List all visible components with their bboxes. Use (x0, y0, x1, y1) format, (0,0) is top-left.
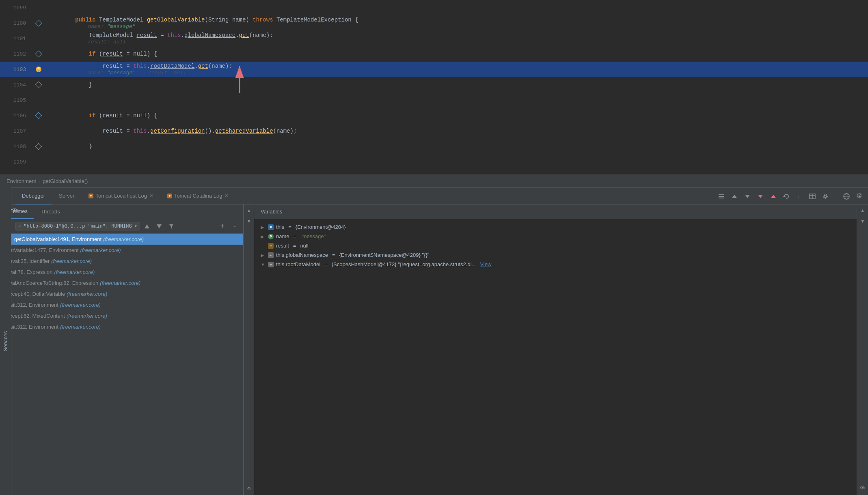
frame-name: evalAndCoerceToString:82, Expression (6, 280, 98, 286)
frame-item-4[interactable]: evalAndCoerceToString:82, Expression (fr… (0, 278, 243, 288)
tab-tomcat-localhost[interactable]: T Tomcat Localhost Log ✕ (82, 188, 159, 204)
remove-button[interactable]: - (229, 221, 240, 232)
code-line-1104: 1104 } (0, 77, 868, 93)
refresh-button[interactable] (781, 191, 792, 202)
svg-text:T: T (90, 195, 92, 198)
debug-sub-tabs: Frames Threads (0, 204, 243, 219)
frame-item-1[interactable]: getVariable:1477, Environment (freemarke… (0, 245, 243, 256)
frame-name: visit:312, Environment (6, 302, 58, 308)
svg-point-18 (824, 195, 827, 198)
globe-button[interactable] (841, 191, 852, 202)
this-icon: = (268, 224, 274, 230)
side-up-button[interactable]: ▲ (244, 206, 254, 216)
line-gutter (32, 144, 45, 149)
server-tab-label: Server (59, 193, 74, 199)
to-label: To (11, 207, 20, 214)
up-frame-button[interactable] (142, 221, 152, 232)
panel-content: Frames Threads ▶ ✓ "http-8080-1"@3,0...p… (0, 204, 868, 495)
var-value: {Environment$Namespace@4209} "{}" (339, 252, 430, 258)
add-button[interactable]: + (217, 221, 228, 232)
step-out-icon (770, 193, 777, 200)
frame-item-7[interactable]: accept:62, MixedContent (freemarker.core… (0, 310, 243, 321)
frame-package: (freemarker.core) (67, 313, 107, 319)
variables-panel: Variables ▶ = this = {Environment@4204} … (254, 204, 857, 495)
var-value: {ScopesHashModel@4173} "{request=org.apa… (332, 261, 476, 267)
table-icon (809, 193, 816, 200)
var-item-this[interactable]: ▶ = this = {Environment@4204} (254, 222, 857, 232)
gear-button[interactable] (854, 191, 865, 202)
field-icon: = (268, 243, 274, 249)
svg-marker-11 (758, 195, 763, 198)
frame-item-2[interactable]: _eval:35, Identifier (freemarker.core) (0, 256, 243, 267)
tab-tomcat-catalina[interactable]: T Tomcat Catalina Log ✕ (160, 188, 235, 204)
frame-item-3[interactable]: eval:78, Expression (freemarker.core) (0, 267, 243, 278)
frame-package: (freemarker.core) (60, 324, 101, 330)
root-model-icon: ∞ (268, 262, 274, 267)
line-number: 1109 (0, 159, 32, 165)
var-equals: = (294, 233, 297, 239)
step-out-button[interactable] (768, 191, 779, 202)
frames-list: ✓ getGlobalVariable:1491, Environment (f… (0, 234, 243, 495)
expand-icon: ▶ (261, 234, 266, 239)
table-view-button[interactable] (807, 191, 818, 202)
tab-threads[interactable]: Threads (34, 204, 67, 219)
var-value: null (300, 243, 308, 249)
frame-name: visit:312, Environment (6, 324, 58, 330)
var-item-name[interactable]: ▶ P name = "message" (254, 232, 857, 241)
right-up-button[interactable]: ▲ (858, 206, 868, 216)
var-name: this.globalNamespace (276, 252, 328, 258)
frame-item-5[interactable]: accept:40, DollarVariable (freemarker.co… (0, 288, 243, 299)
var-item-root-data-model[interactable]: ▼ ∞ this.rootDataModel = {ScopesHashMode… (254, 260, 857, 269)
step-into-button[interactable] (755, 191, 766, 202)
line-gutter (32, 21, 45, 26)
tab-debugger[interactable]: Debugger (15, 188, 52, 204)
right-down-button[interactable]: ▼ (858, 217, 868, 226)
var-name: this (276, 224, 284, 230)
scroll-up-button[interactable] (729, 191, 740, 202)
scroll-down-button[interactable] (742, 191, 753, 202)
frame-package: (freemarker.core) (103, 236, 144, 242)
thread-check-icon: ✓ (18, 223, 21, 229)
view-link[interactable]: View (480, 261, 491, 267)
close-tab-tomcat-localhost[interactable]: ✕ (149, 193, 153, 198)
breakpoint-diamond (35, 51, 42, 58)
line-number: 1105 (0, 97, 32, 103)
tomcat-localhost-tab-label: Tomcat Localhost Log (95, 193, 147, 199)
step-icon-button[interactable]: ↓ (794, 191, 805, 202)
down-arrow-icon (744, 193, 751, 200)
var-item-global-namespace[interactable]: ▶ ∞ this.globalNamespace = {Environment$… (254, 250, 857, 260)
close-tab-tomcat-catalina[interactable]: ✕ (225, 193, 228, 198)
filter-side-button[interactable]: ⊙ (244, 484, 254, 493)
breadcrumb-separator: › (39, 178, 40, 184)
debug-controls: ▶ ✓ "http-8080-1"@3,0...p "main": RUNNIN… (0, 219, 243, 234)
line-number: 1100 (0, 20, 32, 26)
panel-tabs-header: » Debugger Server T Tomcat Localhost Log… (0, 188, 868, 204)
frame-name: getVariable:1477, Environment (6, 247, 79, 253)
frame-package: (freemarker.core) (80, 247, 121, 253)
step-icon: ↓ (796, 193, 803, 200)
side-down-button[interactable]: ▼ (244, 217, 254, 226)
align-button[interactable] (716, 191, 727, 202)
tab-server[interactable]: Server (52, 188, 81, 204)
debugger-tab-label: Debugger (22, 193, 45, 199)
panel-toolbar: ↓ (716, 191, 865, 202)
frame-item-6[interactable]: visit:312, Environment (freemarker.core) (0, 299, 243, 310)
settings-button[interactable] (820, 191, 831, 202)
svg-marker-9 (732, 195, 737, 198)
line-number: 1108 (0, 144, 32, 150)
line-gutter (32, 52, 45, 56)
frame-item-0[interactable]: ✓ getGlobalVariable:1491, Environment (f… (0, 234, 243, 245)
svg-marker-24 (145, 224, 149, 228)
var-item-result[interactable]: = result = null (254, 241, 857, 250)
threads-tab-label: Threads (41, 209, 60, 215)
frame-package: (freemarker.core) (54, 269, 95, 275)
globe-icon (843, 193, 850, 200)
frame-item-8[interactable]: visit:312, Environment (freemarker.core) (0, 321, 243, 332)
frame-name: accept:40, DollarVariable (6, 291, 65, 297)
var-value: "message" (300, 233, 326, 239)
filter-button[interactable] (166, 221, 177, 232)
thread-selector[interactable]: ✓ "http-8080-1"@3,0...p "main": RUNNING … (15, 222, 140, 230)
down-frame-button[interactable] (154, 221, 164, 232)
watch-button[interactable]: 👁 (858, 484, 868, 493)
line-number: 1110 (0, 174, 32, 175)
